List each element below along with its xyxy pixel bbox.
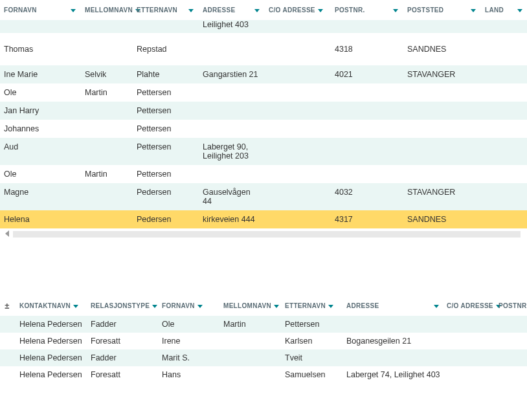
table-row[interactable]: Helena PedersenFadderMarit S.Tveit [0, 349, 527, 366]
cell-coadresse [265, 20, 331, 33]
cell-postnr: 4318 [331, 33, 403, 65]
cell-adresse: kirkeveien 444 [199, 210, 265, 228]
cell-fornavn: Hans [159, 366, 221, 383]
col-header-etternavn2[interactable]: Etternavn [282, 296, 344, 316]
chevron-down-icon [517, 9, 522, 12]
table-row[interactable]: HelenaPedersenkirkeveien 4444317SANDNES [0, 210, 527, 228]
col-header-fornavn[interactable]: Fornavn [0, 0, 81, 20]
cell-fornavn: Irene [159, 333, 221, 349]
table-row[interactable]: Ine MarieSelvikPlahteGangarstien 214021S… [0, 65, 527, 83]
cell-fornavn: Marit S. [159, 349, 221, 366]
cell-etternavn: Pedersen [133, 210, 199, 228]
col-header-relasjonstype[interactable]: Relasjonstype [88, 296, 159, 316]
cell-postnr [331, 83, 403, 102]
col-header-land[interactable]: Land [481, 0, 527, 20]
col-label: Etternavn [137, 6, 177, 14]
col-header-kontaktnavn[interactable]: Kontaktnavn [17, 296, 88, 316]
cell-adresse [199, 165, 265, 183]
cell-fornavn: Aud [0, 138, 81, 165]
cell-mellomnavn [221, 366, 282, 383]
main-table-container: Fornavn Mellomnavn Etternavn Adresse C/O… [0, 0, 527, 228]
expand-cell[interactable] [0, 366, 17, 383]
col-header-fornavn2[interactable]: Fornavn [159, 296, 221, 316]
cell-adresse: Laberget 90, Leilighet 203 [199, 138, 265, 165]
table-row[interactable]: Helena PedersenFadderOleMartinPettersen [0, 316, 527, 333]
cell-coadresse [265, 183, 331, 210]
col-label: Adresse [203, 6, 235, 14]
scroll-left-icon[interactable] [5, 230, 9, 237]
cell-relasjonstype: Fadder [88, 316, 159, 333]
main-table-header: Fornavn Mellomnavn Etternavn Adresse C/O… [0, 0, 527, 20]
cell-postnr [331, 165, 403, 183]
cell-fornavn: Ole [159, 316, 221, 333]
col-header-etternavn[interactable]: Etternavn [133, 0, 199, 20]
cell-coadresse [265, 138, 331, 165]
chevron-down-icon [274, 305, 279, 308]
cell-adresse [199, 83, 265, 102]
cell-adresse: Boganesgeilen 21 [344, 333, 444, 349]
main-table-body: Leilighet 403ThomasRepstad4318SANDNESIne… [0, 20, 527, 228]
cell-poststed [403, 138, 481, 165]
chevron-down-icon [188, 9, 194, 12]
cell-adresse [344, 349, 444, 366]
cell-kontaktnavn: Helena Pedersen [17, 333, 88, 349]
table-row[interactable]: MagnePedersenGauselvågen 444032STAVANGER [0, 183, 527, 210]
table-row[interactable]: ThomasRepstad4318SANDNES [0, 33, 527, 65]
cell-adresse [344, 316, 444, 333]
cell-mellomnavn: Selvik [81, 65, 133, 83]
col-header-coadresse[interactable]: C/O Adresse [265, 0, 331, 20]
table-row[interactable]: Helena PedersenForesattHansSamuelsenLabe… [0, 366, 527, 383]
expand-cell[interactable] [0, 316, 17, 333]
col-header-expand[interactable]: ± [0, 296, 17, 316]
cell-land [481, 65, 527, 83]
col-header-mellomnavn[interactable]: Mellomnavn [81, 0, 133, 20]
cell-postnr [496, 366, 527, 383]
expand-cell[interactable] [0, 349, 17, 366]
cell-postnr: 4021 [331, 65, 403, 83]
col-header-adresse[interactable]: Adresse [199, 0, 265, 20]
cell-fornavn: Ine Marie [0, 65, 81, 83]
col-header-adresse2[interactable]: Adresse [344, 296, 444, 316]
cell-coadresse [265, 102, 331, 120]
col-label: Postnr. [499, 302, 527, 309]
table-row[interactable]: OleMartinPettersen [0, 83, 527, 102]
cell-adresse [199, 120, 265, 138]
col-label: Poststed [407, 6, 443, 14]
table-row[interactable]: Helena PedersenForesattIreneKarlsenBogan… [0, 333, 527, 349]
cell-coadresse [265, 83, 331, 102]
horizontal-scrollbar[interactable] [13, 231, 521, 238]
cell-poststed [403, 20, 481, 33]
table-row[interactable]: JohannesPettersen [0, 120, 527, 138]
table-row[interactable]: AudPettersenLaberget 90, Leilighet 203 [0, 138, 527, 165]
col-header-poststed[interactable]: Poststed [403, 0, 481, 20]
cell-coadresse [444, 366, 496, 383]
cell-etternavn: Pedersen [133, 183, 199, 210]
cell-coadresse [265, 33, 331, 65]
cell-land [481, 183, 527, 210]
cell-adresse: Leilighet 403 [199, 20, 265, 33]
secondary-table-container: ± Kontaktnavn Relasjonstype Fornavn Mell… [0, 296, 527, 383]
cell-postnr [331, 102, 403, 120]
table-row[interactable]: Jan HarryPettersen [0, 102, 527, 120]
cell-kontaktnavn: Helena Pedersen [17, 366, 88, 383]
cell-etternavn: Pettersen [133, 138, 199, 165]
cell-land [481, 102, 527, 120]
table-row[interactable]: OleMartinPettersen [0, 165, 527, 183]
cell-mellomnavn: Martin [81, 165, 133, 183]
chevron-down-icon [254, 9, 260, 12]
cell-adresse [199, 102, 265, 120]
cell-mellomnavn [81, 33, 133, 65]
chevron-down-icon [328, 305, 333, 308]
cell-postnr [331, 120, 403, 138]
cell-postnr: 4032 [331, 183, 403, 210]
col-header-postnr[interactable]: Postnr. [331, 0, 403, 20]
col-header-postnr2[interactable]: Postnr. [496, 296, 527, 316]
cell-poststed [403, 102, 481, 120]
cell-mellomnavn: Martin [81, 83, 133, 102]
col-header-mellomnavn2[interactable]: Mellomnavn [221, 296, 282, 316]
cell-mellomnavn [81, 120, 133, 138]
expand-cell[interactable] [0, 333, 17, 349]
cell-etternavn: Pettersen [133, 83, 199, 102]
col-header-coadresse2[interactable]: C/O Adresse [444, 296, 496, 316]
table-row[interactable]: Leilighet 403 [0, 20, 527, 33]
